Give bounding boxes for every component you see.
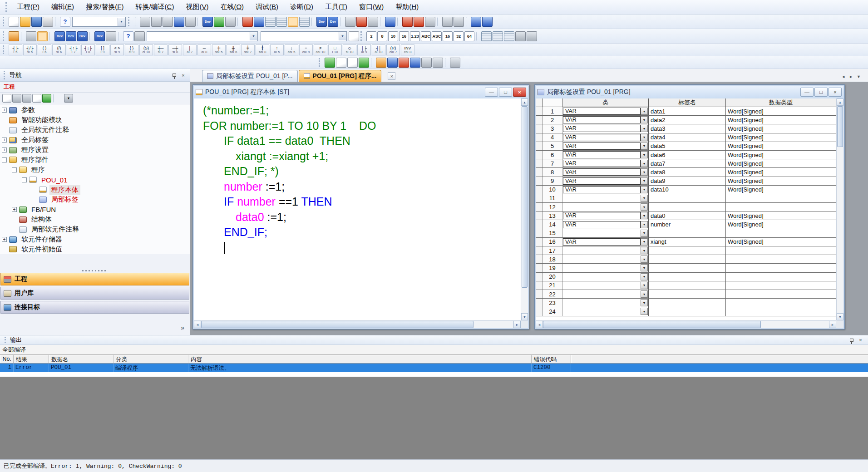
data-type-cell[interactable] <box>726 281 836 290</box>
separator[interactable] <box>237 17 241 26</box>
ladder-symbol-button[interactable]: { }cF9 <box>125 44 138 55</box>
error-row[interactable]: 1 Error POU_01 编译程序 无法解析语法。 C1200 <box>0 364 868 372</box>
row-selector-cell[interactable] <box>536 299 542 307</box>
ladder-symbol-button[interactable]: ╂saF8 <box>256 44 269 55</box>
save-project-icon[interactable] <box>31 17 42 27</box>
tree-item[interactable]: 智能功能模块 <box>0 115 190 125</box>
label-name-cell[interactable]: data4 <box>649 133 726 142</box>
class-value[interactable] <box>563 273 641 280</box>
pin-icon[interactable] <box>848 336 855 344</box>
device-combobox[interactable]: ▼ <box>261 31 347 41</box>
scroll-down-icon[interactable]: ▼ <box>521 313 528 320</box>
maximize-icon[interactable]: □ <box>499 88 512 97</box>
ladder-symbol-button[interactable]: [ ]F9 <box>96 44 109 55</box>
data-type-cell[interactable]: Word[Signed] <box>726 211 836 220</box>
tree-expander[interactable]: + <box>2 148 7 152</box>
separator[interactable] <box>371 58 374 67</box>
class-value[interactable] <box>563 264 641 271</box>
toolbar-grip[interactable] <box>319 58 321 67</box>
chevron-down-icon[interactable]: ▼ <box>641 134 648 141</box>
step-forward-icon[interactable] <box>454 17 464 27</box>
chevron-down-icon[interactable]: ▼ <box>641 203 648 211</box>
chevron-down-icon[interactable]: ▼ <box>641 125 648 132</box>
class-value[interactable]: VAR <box>563 125 641 132</box>
chevron-down-icon[interactable]: ▼ <box>641 308 648 315</box>
st-editor-titlebar[interactable]: POU_01 [PRG] 程序本体 [ST] — □ × <box>194 86 528 98</box>
tree-expander[interactable]: − <box>22 177 27 182</box>
paste-icon[interactable] <box>163 17 173 27</box>
horizontal-scrollbar[interactable]: ◄ ► <box>194 320 521 328</box>
display-format-button[interactable]: ABC <box>421 31 431 41</box>
class-cell[interactable]: ▼ <box>562 281 649 290</box>
chevron-down-icon[interactable]: ▼ <box>641 116 648 123</box>
class-cell[interactable]: ▼ <box>562 203 649 211</box>
class-cell[interactable]: ▼ <box>562 273 649 281</box>
ip-setting-icon[interactable] <box>26 31 36 41</box>
window-arrange-icon[interactable] <box>527 31 537 41</box>
watch-table2-icon[interactable] <box>276 17 287 27</box>
tree-item[interactable]: + FB/FUN <box>0 205 190 215</box>
class-cell[interactable]: VAR ▼ <box>562 186 649 194</box>
scroll-right-icon[interactable]: ► <box>513 321 521 328</box>
maximize-icon[interactable]: □ <box>814 88 828 97</box>
label-name-cell[interactable] <box>649 194 726 202</box>
data-type-cell[interactable]: Word[Signed] <box>726 177 836 185</box>
label-name-cell[interactable] <box>649 203 726 211</box>
data-type-cell[interactable]: Word[Signed] <box>726 238 836 246</box>
row-selector-cell[interactable] <box>536 307 542 315</box>
class-cell[interactable]: VAR ▼ <box>562 177 649 185</box>
find-in-program-icon[interactable] <box>347 58 358 68</box>
compile-result-category[interactable]: 全部编译 <box>0 345 868 355</box>
chevron-down-icon[interactable]: ▼ <box>641 143 648 150</box>
ladder-symbol-button[interactable]: (/)sF6 <box>52 44 66 55</box>
label-name-cell[interactable] <box>649 264 726 272</box>
column-data-name[interactable]: 数据名 <box>49 355 113 363</box>
watch-table-icon[interactable] <box>265 17 276 27</box>
class-value[interactable]: VAR <box>563 238 641 246</box>
row-selector-cell[interactable] <box>536 246 542 255</box>
display-format-button[interactable]: 64 <box>464 31 474 41</box>
separator[interactable] <box>118 32 121 41</box>
ladder-symbol-button[interactable]: < >sF9 <box>110 44 124 55</box>
chevron-down-icon[interactable]: ▼ <box>641 299 648 306</box>
label-name-cell[interactable] <box>649 273 726 281</box>
ladder-symbol-button[interactable]: ┤↑├F7 <box>67 44 80 55</box>
monitor-green-icon[interactable] <box>214 17 224 27</box>
insert-row-icon[interactable] <box>399 58 409 68</box>
ladder-symbol-button[interactable]: ( )F6 <box>38 44 51 55</box>
data-type-cell[interactable] <box>726 307 836 315</box>
label-name-cell[interactable] <box>649 255 726 263</box>
data-type-cell[interactable] <box>726 264 836 272</box>
row-selector-cell[interactable] <box>536 211 542 220</box>
nav-paste-icon[interactable] <box>22 94 31 103</box>
trace-setting-icon[interactable] <box>482 17 493 27</box>
chevron-down-icon[interactable]: ▼ <box>641 230 648 237</box>
open-project-icon[interactable] <box>20 17 30 27</box>
redo-icon[interactable] <box>185 17 196 27</box>
label-name-cell[interactable]: data8 <box>649 168 726 176</box>
device-ref-icon[interactable]: Dev <box>94 31 105 41</box>
display-format-button[interactable]: 8 <box>377 31 387 41</box>
menu-item[interactable]: 在线(O) <box>214 1 250 13</box>
device-display-icon[interactable]: Dev <box>202 17 213 27</box>
class-value[interactable]: VAR <box>563 143 641 150</box>
data-type-cell[interactable]: Word[Signed] <box>726 107 836 115</box>
ladder-symbol-button[interactable]: ─┼sF8 <box>168 44 182 55</box>
monitor-stop-icon[interactable] <box>299 17 310 27</box>
class-value[interactable] <box>563 308 641 315</box>
class-cell[interactable]: ▼ <box>562 299 649 307</box>
class-value[interactable] <box>563 282 641 289</box>
panel-grip[interactable] <box>4 71 6 79</box>
display-format-button[interactable]: 2 <box>366 31 376 41</box>
separator[interactable] <box>311 17 315 26</box>
class-cell[interactable]: VAR ▼ <box>562 238 649 246</box>
breakpoint-icon[interactable] <box>414 17 424 27</box>
column-header-label-name[interactable]: 标签名 <box>649 98 726 107</box>
ladder-symbol-button[interactable]: ─aF8 <box>197 44 211 55</box>
row-selector-cell[interactable] <box>536 186 542 194</box>
close-icon[interactable]: × <box>857 336 864 344</box>
ladder-symbol-button[interactable]: ┿saF7 <box>241 44 255 55</box>
close-document-icon[interactable]: × <box>388 72 395 80</box>
close-icon[interactable]: × <box>513 88 526 97</box>
zoom-out-icon[interactable] <box>433 58 443 68</box>
